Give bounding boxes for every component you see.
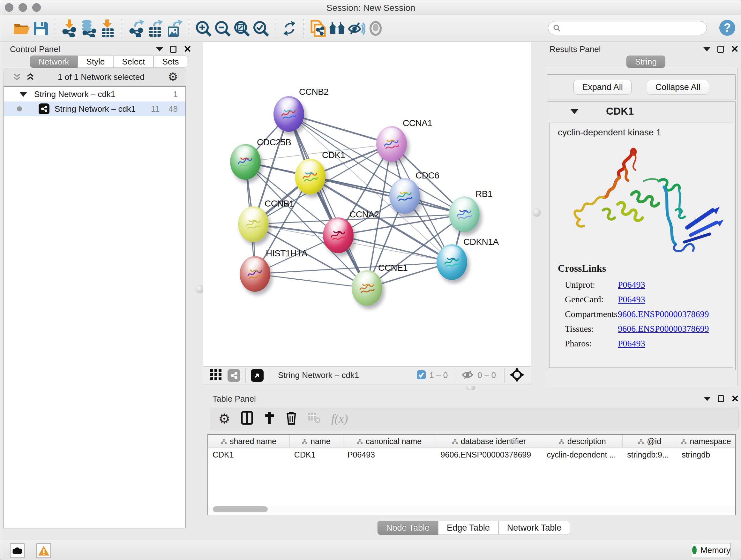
table-row[interactable]: CDK1CDK1P064939606.ENSP00000378699cyclin… bbox=[208, 448, 735, 462]
network-node-CDC6[interactable] bbox=[389, 178, 420, 214]
help-icon[interactable]: ? bbox=[719, 19, 736, 36]
tab-string[interactable]: String bbox=[626, 56, 665, 68]
network-node-CDC25B[interactable] bbox=[230, 144, 261, 180]
export-image-icon[interactable] bbox=[165, 19, 184, 38]
save-session-icon[interactable] bbox=[31, 19, 50, 38]
network-node-CDK1[interactable] bbox=[295, 159, 326, 194]
control-panel-close-icon[interactable]: ✕ bbox=[184, 46, 192, 53]
collapse-all-networks-icon[interactable] bbox=[13, 73, 21, 81]
table-options-gear-icon[interactable]: ⚙ bbox=[218, 411, 230, 427]
selected-checkbox-icon[interactable] bbox=[416, 370, 426, 381]
refresh-icon[interactable] bbox=[280, 19, 299, 38]
network-node-RB1[interactable] bbox=[449, 196, 480, 232]
column-header-description[interactable]: description bbox=[542, 435, 623, 448]
warnings-button[interactable] bbox=[37, 543, 51, 558]
tab-network-table[interactable]: Network Table bbox=[498, 521, 570, 535]
tab-node-table[interactable]: Node Table bbox=[378, 521, 438, 535]
crosslink-link[interactable]: 9606.ENSP00000378699 bbox=[618, 324, 709, 334]
network-view-icon[interactable] bbox=[227, 369, 240, 382]
network-collection-row[interactable]: String Network – cdk1 1 bbox=[4, 87, 185, 102]
table-cell[interactable]: stringdb:9... bbox=[623, 448, 677, 462]
network-node-CCNB1[interactable] bbox=[238, 206, 269, 242]
clone-network-style-icon[interactable] bbox=[309, 19, 328, 38]
protein-thumbnail-icon bbox=[327, 225, 350, 247]
network-node-HIST1H1A[interactable] bbox=[240, 256, 270, 292]
cloud-button[interactable] bbox=[10, 543, 24, 558]
network-options-gear-icon[interactable]: ⚙ bbox=[168, 70, 178, 84]
pan-crosshair-icon[interactable] bbox=[510, 368, 524, 383]
function-builder-icon[interactable]: f(x) bbox=[331, 412, 348, 426]
table-cell[interactable]: P06493 bbox=[343, 448, 436, 462]
network-node-CCNA1[interactable] bbox=[376, 126, 407, 162]
zoom-in-icon[interactable] bbox=[194, 19, 213, 38]
delete-column-icon[interactable] bbox=[286, 411, 297, 426]
collection-expander-icon[interactable] bbox=[19, 92, 27, 97]
tab-edge-table[interactable]: Edge Table bbox=[438, 521, 498, 535]
table-cell[interactable]: stringdb bbox=[677, 448, 735, 462]
expand-all-button[interactable]: Expand All bbox=[574, 80, 631, 95]
network-node-CCNA2[interactable] bbox=[323, 217, 354, 253]
open-session-icon[interactable] bbox=[12, 19, 31, 38]
table-cell[interactable]: CDK1 bbox=[290, 448, 343, 462]
network-canvas[interactable]: CCNB2CCNA1CDC25BCDK1CDC6RB1CCNB1CCNA2CDK… bbox=[203, 42, 531, 366]
show-columns-icon[interactable] bbox=[241, 411, 253, 426]
results-panel-float-icon[interactable] bbox=[718, 46, 724, 53]
memory-button[interactable]: Memory bbox=[692, 543, 731, 557]
hidden-eye-icon[interactable] bbox=[461, 370, 474, 381]
tab-sets[interactable]: Sets bbox=[153, 56, 187, 68]
right-splitter-handle[interactable] bbox=[533, 208, 541, 217]
string-home-icon[interactable] bbox=[328, 19, 347, 38]
table-cell[interactable]: cyclin-dependent ... bbox=[542, 448, 623, 462]
import-network-database-icon[interactable] bbox=[79, 19, 98, 38]
crosslink-link[interactable]: P06493 bbox=[618, 294, 645, 305]
import-network-file-icon[interactable] bbox=[60, 19, 79, 38]
results-panel-close-icon[interactable]: ✕ bbox=[731, 46, 739, 53]
hide-unhide-icon[interactable] bbox=[347, 19, 366, 38]
network-node-CCNE1[interactable] bbox=[352, 270, 382, 306]
control-panel-menu-icon[interactable] bbox=[156, 47, 163, 51]
column-header-database-identifier[interactable]: database identifier bbox=[436, 435, 542, 448]
column-type-icon bbox=[357, 439, 362, 444]
results-panel-menu-icon[interactable] bbox=[703, 47, 711, 51]
zoom-fit-icon[interactable] bbox=[232, 19, 251, 38]
column-header-name[interactable]: name bbox=[290, 435, 343, 448]
network-row[interactable]: String Network – cdk1 11 48 bbox=[4, 102, 185, 116]
export-network-icon[interactable] bbox=[127, 19, 146, 38]
zoom-selected-icon[interactable] bbox=[251, 19, 270, 38]
search-input[interactable] bbox=[561, 22, 706, 34]
column-header-canonical-name[interactable]: canonical name bbox=[343, 435, 436, 448]
birdseye-view-icon[interactable] bbox=[251, 369, 264, 382]
table-hscrollbar[interactable] bbox=[208, 506, 735, 513]
network-node-CCNB2[interactable] bbox=[273, 96, 304, 132]
table-panel-close-icon[interactable]: ✕ bbox=[731, 395, 739, 402]
column-header-namespace[interactable]: namespace bbox=[677, 435, 735, 448]
table-cell[interactable]: 9606.ENSP00000378699 bbox=[436, 448, 542, 462]
crosslink-link[interactable]: 9606.ENSP00000378699 bbox=[618, 309, 709, 319]
tab-network[interactable]: Network bbox=[30, 56, 77, 68]
add-column-icon[interactable] bbox=[264, 411, 275, 426]
zoom-out-icon[interactable] bbox=[213, 19, 232, 38]
gene-section-expander-icon[interactable] bbox=[570, 109, 579, 114]
crosslinks-title: CrossLinks bbox=[558, 263, 709, 274]
crosslink-link[interactable]: P06493 bbox=[618, 338, 645, 349]
column-header-shared-name[interactable]: shared name bbox=[208, 435, 290, 448]
export-table-icon[interactable] bbox=[146, 19, 165, 38]
table-cell[interactable]: CDK1 bbox=[208, 448, 290, 462]
network-node-CDKN1A[interactable] bbox=[436, 244, 467, 280]
tab-style[interactable]: Style bbox=[77, 56, 113, 68]
table-panel-menu-icon[interactable] bbox=[704, 397, 711, 401]
expand-all-networks-icon[interactable] bbox=[26, 73, 35, 81]
bottom-splitter-handle[interactable] bbox=[466, 386, 475, 390]
collection-label: String Network – cdk1 bbox=[34, 89, 173, 99]
table-panel-float-icon[interactable] bbox=[718, 395, 724, 402]
import-table-file-icon[interactable] bbox=[98, 19, 117, 38]
gene-section: CDK1 cyclin-dependent kinase 1 bbox=[547, 101, 736, 370]
eye-icon[interactable] bbox=[366, 19, 385, 38]
column-header--id[interactable]: @id bbox=[623, 435, 677, 448]
crosslink-link[interactable]: P06493 bbox=[618, 280, 645, 290]
control-panel-float-icon[interactable] bbox=[170, 46, 177, 53]
grid-mode-icon[interactable] bbox=[210, 369, 222, 382]
tab-select[interactable]: Select bbox=[113, 56, 153, 68]
delete-table-icon[interactable] bbox=[308, 413, 320, 425]
collapse-all-button[interactable]: Collapse All bbox=[647, 80, 709, 95]
